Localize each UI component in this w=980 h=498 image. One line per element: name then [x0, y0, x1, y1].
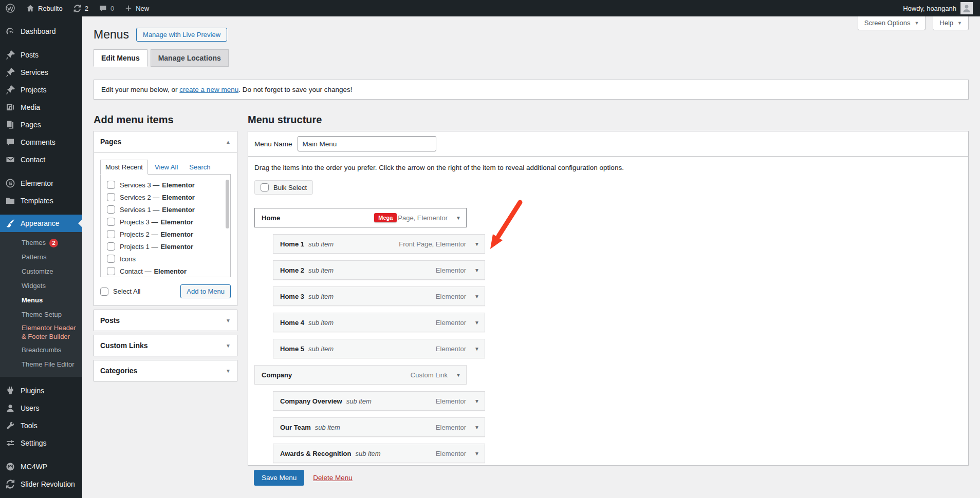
menu-item-awards-recognition[interactable]: Awards & Recognition sub item Elementor …	[273, 444, 485, 463]
chevron-down-icon[interactable]: ▼	[226, 318, 231, 323]
help-button[interactable]: Help ▼	[933, 16, 969, 30]
bulk-select-control[interactable]: Bulk Select	[254, 180, 313, 195]
chevron-down-icon[interactable]: ▼	[226, 343, 231, 349]
sidebar-item-projects[interactable]: Projects	[0, 81, 82, 99]
updates-link[interactable]: 2	[68, 0, 94, 16]
submenu-item-label: Themes	[22, 239, 46, 247]
submenu-item-menus[interactable]: Menus	[0, 293, 82, 308]
item-options-arrow-icon[interactable]: ▼	[456, 215, 461, 221]
sidebar-item-slider-revolution[interactable]: Slider Revolution	[0, 475, 82, 493]
checkbox[interactable]	[107, 267, 115, 275]
item-options-arrow-icon[interactable]: ▼	[474, 241, 479, 247]
wordpress-logo-menu[interactable]	[0, 0, 21, 16]
checkbox[interactable]	[107, 205, 115, 214]
page-list-item[interactable]: Services 3 —Elementor	[107, 179, 230, 191]
sidebar-item-services[interactable]: Services	[0, 64, 82, 81]
user-avatar[interactable]	[960, 2, 973, 14]
save-menu-button[interactable]: Save Menu	[254, 470, 304, 486]
tab-most-recent[interactable]: Most Recent	[100, 160, 148, 175]
submenu-item-widgets[interactable]: Widgets	[0, 279, 82, 293]
checkbox[interactable]	[107, 218, 115, 226]
tab-edit-menus[interactable]: Edit Menus	[94, 49, 147, 67]
item-options-arrow-icon[interactable]: ▼	[474, 294, 479, 299]
submenu-item-customize[interactable]: Customize	[0, 264, 82, 279]
checkbox[interactable]	[107, 255, 115, 263]
categories-panel-header[interactable]: Categories ▼	[94, 360, 237, 381]
submenu-item-theme-setup[interactable]: Theme Setup	[0, 308, 82, 322]
page-list-item[interactable]: Services 2 —Elementor	[107, 191, 230, 203]
tab-search[interactable]: Search	[184, 160, 215, 174]
checkbox[interactable]	[107, 242, 115, 251]
checkbox[interactable]	[107, 230, 115, 238]
delete-menu-link[interactable]: Delete Menu	[313, 474, 353, 482]
sidebar-item-media[interactable]: Media	[0, 99, 82, 116]
add-to-menu-button[interactable]: Add to Menu	[180, 284, 231, 298]
menu-item-home[interactable]: Home Mega Front Page, Elementor ▼	[254, 208, 467, 227]
sidebar-item-templates[interactable]: Templates	[0, 192, 82, 209]
item-options-arrow-icon[interactable]: ▼	[456, 372, 461, 378]
sidebar-item-plugins[interactable]: Plugins	[0, 382, 82, 399]
chevron-down-icon[interactable]: ▼	[226, 368, 231, 374]
menu-item-company[interactable]: Company Custom Link ▼	[254, 365, 467, 385]
item-options-arrow-icon[interactable]: ▼	[474, 320, 479, 325]
page-item-label: Services 3 —	[120, 181, 159, 189]
sidebar-item-pages[interactable]: Pages	[0, 116, 82, 133]
comments-link[interactable]: 0	[94, 0, 119, 16]
checkbox[interactable]	[107, 181, 115, 189]
create-new-menu-link[interactable]: create a new menu	[179, 86, 238, 93]
sidebar-item-dashboard[interactable]: Dashboard	[0, 23, 82, 40]
checkbox[interactable]	[107, 193, 115, 201]
howdy-user-link[interactable]: Howdy, hoanganh	[903, 5, 956, 12]
menu-item-home-3[interactable]: Home 3 sub item Elementor ▼	[273, 286, 485, 306]
sidebar-item-mc4wp[interactable]: MC4WP	[0, 458, 82, 475]
manage-live-preview-button[interactable]: Manage with Live Preview	[136, 28, 227, 42]
sidebar-item-comments[interactable]: Comments	[0, 133, 82, 151]
sidebar-item-contact[interactable]: Contact	[0, 151, 82, 168]
item-options-arrow-icon[interactable]: ▼	[474, 451, 479, 456]
page-list-item[interactable]: Projects 2 —Elementor	[107, 228, 230, 240]
menu-item-home-4[interactable]: Home 4 sub item Elementor ▼	[273, 313, 485, 332]
sidebar-item-users[interactable]: Users	[0, 399, 82, 417]
item-options-arrow-icon[interactable]: ▼	[474, 346, 479, 352]
site-name-link[interactable]: Rebuilto	[21, 0, 68, 16]
menu-item-company-overview[interactable]: Company Overview sub item Elementor ▼	[273, 391, 485, 411]
bulk-select-checkbox[interactable]	[261, 183, 269, 191]
menu-name-input[interactable]	[298, 136, 436, 151]
tab-view-all[interactable]: View All	[150, 160, 182, 174]
new-content-menu[interactable]: New	[119, 0, 154, 16]
page-item-builder: Elementor	[154, 267, 187, 275]
page-list-item[interactable]: Services 1 —Elementor	[107, 203, 230, 216]
sidebar-item-label: Dashboard	[21, 27, 56, 35]
submenu-item-themes[interactable]: Themes 2	[0, 236, 82, 250]
menu-item-home-5[interactable]: Home 5 sub item Elementor ▼	[273, 339, 485, 358]
menu-item-home-1[interactable]: Home 1 sub item Front Page, Elementor ▼	[273, 234, 485, 254]
sidebar-item-tools[interactable]: Tools	[0, 417, 82, 434]
sidebar-item-elementor[interactable]: Elementor	[0, 175, 82, 192]
custom-links-panel-header[interactable]: Custom Links ▼	[94, 335, 237, 356]
sidebar-item-posts[interactable]: Posts	[0, 46, 82, 64]
menu-item-our-team[interactable]: Our Team sub item Elementor ▼	[273, 417, 485, 437]
sidebar-item-settings[interactable]: Settings	[0, 434, 82, 452]
page-list-item[interactable]: Projects 1 —Elementor	[107, 240, 230, 253]
menu-item-home-2[interactable]: Home 2 sub item Elementor ▼	[273, 260, 485, 280]
item-options-arrow-icon[interactable]: ▼	[474, 425, 479, 430]
submenu-item-breadcrumbs[interactable]: Breadcrumbs	[0, 343, 82, 358]
page-list-item[interactable]: Projects 3 —Elementor	[107, 216, 230, 228]
pushpin-icon	[5, 67, 15, 78]
sidebar-item-appearance[interactable]: Appearance	[0, 215, 82, 232]
scrollbar[interactable]	[226, 180, 229, 228]
posts-panel-header[interactable]: Posts ▼	[94, 310, 237, 331]
submenu-item-theme-file-editor[interactable]: Theme File Editor	[0, 358, 82, 372]
tab-manage-locations[interactable]: Manage Locations	[151, 49, 229, 67]
submenu-item-elementor-header-footer-builder[interactable]: Elementor Header & Footer Builder	[0, 322, 82, 343]
page-list-item[interactable]: Icons	[107, 253, 230, 265]
page-list-item[interactable]: Contact —Elementor	[107, 265, 230, 277]
item-options-arrow-icon[interactable]: ▼	[474, 267, 479, 273]
select-all-checkbox[interactable]	[100, 288, 108, 296]
chevron-up-icon[interactable]: ▲	[226, 139, 231, 145]
select-all-control[interactable]: Select All	[100, 288, 140, 296]
pages-panel-header[interactable]: Pages ▲	[94, 131, 237, 152]
item-options-arrow-icon[interactable]: ▼	[474, 398, 479, 404]
submenu-item-patterns[interactable]: Patterns	[0, 250, 82, 264]
screen-options-button[interactable]: Screen Options ▼	[858, 16, 926, 30]
